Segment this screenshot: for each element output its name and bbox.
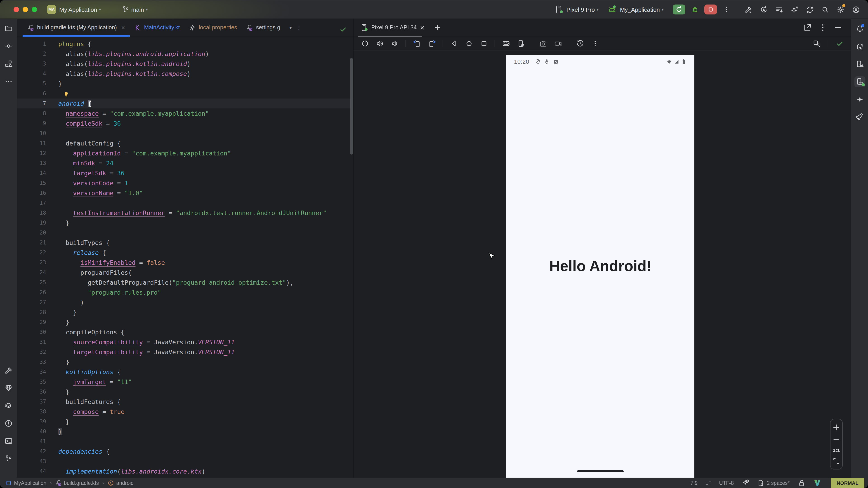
line-number[interactable]: 26 (17, 287, 46, 297)
screen-record-button[interactable] (552, 37, 564, 49)
line-number[interactable]: 9 (17, 119, 46, 128)
layout-inspector-button[interactable] (811, 37, 822, 49)
device-manager-button[interactable] (854, 59, 865, 70)
line-number[interactable]: 39 (17, 417, 46, 427)
line-number[interactable]: 33 (17, 357, 46, 367)
editor-tab-settings.g[interactable]: settings.g (242, 19, 285, 36)
gesture-navigation-pill[interactable] (577, 470, 624, 472)
snapshots-button[interactable] (574, 37, 586, 49)
screenshot-button[interactable] (537, 37, 549, 49)
line-number[interactable]: 17 (17, 198, 46, 208)
code-line-28[interactable]: 28 } (17, 307, 353, 317)
code-line-29[interactable]: 29 } (17, 317, 353, 327)
line-number[interactable]: 13 (17, 158, 46, 168)
zoom-in-button[interactable] (832, 423, 840, 431)
code-line-13[interactable]: 13 minSdk = 24 (17, 158, 353, 168)
code-line-20[interactable]: 20 (17, 228, 353, 238)
line-number[interactable]: 27 (17, 297, 46, 307)
editor-tab-local.properties[interactable]: local.properties (184, 19, 242, 36)
home-button[interactable] (463, 37, 475, 49)
line-number[interactable]: 5 (17, 78, 46, 89)
settings-icon[interactable] (835, 4, 846, 15)
line-number[interactable]: 43 (17, 456, 46, 466)
volume-down-button[interactable] (389, 37, 401, 49)
code-line-33[interactable]: 33 } (17, 357, 353, 367)
code-line-18[interactable]: 18 testInstrumentationRunner = "androidx… (17, 208, 353, 218)
line-number[interactable]: 19 (17, 218, 46, 228)
ai-assistant-off-icon[interactable] (741, 479, 749, 487)
running-devices-button[interactable] (854, 76, 865, 87)
attach-debugger-icon[interactable] (788, 4, 800, 15)
chevron-down-tabs-icon[interactable]: ▾ (289, 25, 292, 31)
vcs-branch-widget[interactable]: main ▾ (122, 5, 148, 13)
version-control-button[interactable] (2, 453, 14, 464)
code-line-26[interactable]: 26 "proguard-rules.pro" (17, 287, 353, 297)
close-icon[interactable]: ✕ (420, 24, 425, 31)
profile-icon[interactable] (850, 4, 862, 15)
line-number[interactable]: 25 (17, 278, 46, 287)
hardware-input-button[interactable] (500, 37, 512, 49)
device-tab[interactable]: Pixel 9 Pro API 34 ✕ (356, 19, 428, 36)
line-number[interactable]: 38 (17, 407, 46, 417)
app-quality-insights-button[interactable] (2, 382, 14, 394)
line-number[interactable]: 34 (17, 367, 46, 377)
code-line-34[interactable]: 34 kotlinOptions { (17, 367, 353, 377)
add-device-button[interactable] (432, 22, 444, 33)
power-button[interactable] (359, 37, 371, 49)
code-line-8[interactable]: 8 namespace = "com.example.myapplication… (17, 108, 353, 119)
code-line-38[interactable]: 38 compose = true (17, 407, 353, 417)
phone-screen[interactable]: 10:20 Hello Android! (506, 55, 694, 478)
code-line-35[interactable]: 35 jvmTarget = "11" (17, 377, 353, 387)
more-tool-windows-button[interactable] (2, 75, 14, 87)
code-line-21[interactable]: 21 buildTypes { (17, 238, 353, 248)
line-number[interactable]: 10 (17, 128, 46, 138)
code-line-6[interactable]: 6 (17, 89, 353, 98)
code-line-7[interactable]: 7android { (17, 98, 353, 108)
line-number[interactable]: 4 (17, 69, 46, 78)
device-selector[interactable]: Pixel 9 Pro ▾ (554, 5, 599, 14)
more-run-options-button[interactable] (721, 4, 733, 15)
back-button[interactable] (448, 37, 460, 49)
code-line-3[interactable]: 3 alias(libs.plugins.kotlin.android) (17, 59, 353, 69)
stop-button[interactable] (704, 4, 717, 14)
code-line-25[interactable]: 25 getDefaultProguardFile("proguard-andr… (17, 278, 353, 287)
line-number[interactable]: 32 (17, 347, 46, 357)
lock-open-icon[interactable] (797, 479, 805, 487)
line-ending-widget[interactable]: LF (705, 480, 711, 486)
apply-changes-restart-icon[interactable] (758, 4, 770, 15)
code-line-15[interactable]: 15 versionCode = 1 (17, 178, 353, 188)
code-line-10[interactable]: 10 (17, 128, 353, 138)
zoom-out-button[interactable] (832, 435, 840, 444)
intention-bulb-icon[interactable] (63, 91, 70, 97)
line-number[interactable]: 42 (17, 447, 46, 456)
code-line-31[interactable]: 31 sourceCompatibility = JavaVersion.VER… (17, 337, 353, 347)
code-line-1[interactable]: 1plugins { (17, 39, 353, 49)
profiler-icon[interactable] (773, 4, 785, 15)
minimize-window-button[interactable] (23, 7, 28, 12)
line-number[interactable]: 20 (17, 228, 46, 238)
ui-check-status[interactable] (834, 37, 845, 49)
device-settings-button[interactable] (515, 37, 527, 49)
gradle-tool-button[interactable] (854, 41, 865, 52)
code-line-32[interactable]: 32 targetCompatibility = JavaVersion.VER… (17, 347, 353, 357)
run-configuration-selector[interactable]: My_Application ▾ (608, 5, 664, 14)
rotate-right-button[interactable] (426, 37, 438, 49)
editor-tab-build.gradle.kts[interactable]: build.gradle.kts (My Application)✕ (23, 19, 129, 36)
line-number[interactable]: 11 (17, 138, 46, 148)
code-line-11[interactable]: 11 defaultConfig { (17, 138, 353, 148)
line-number[interactable]: 35 (17, 377, 46, 387)
ideavim-icon[interactable] (813, 479, 821, 487)
code-line-9[interactable]: 9 compileSdk = 36 (17, 119, 353, 128)
code-line-27[interactable]: 27 ) (17, 297, 353, 307)
code-line-30[interactable]: 30 compileOptions { (17, 327, 353, 337)
code-line-36[interactable]: 36 } (17, 387, 353, 397)
line-number[interactable]: 2 (17, 49, 46, 59)
code-line-19[interactable]: 19 } (17, 218, 353, 228)
code-line-22[interactable]: 22 release { (17, 248, 353, 258)
commit-tool-button[interactable] (2, 40, 14, 52)
resource-manager-button[interactable] (2, 58, 14, 70)
line-number[interactable]: 29 (17, 317, 46, 327)
search-everywhere-icon[interactable] (819, 4, 831, 15)
encoding-widget[interactable]: UTF-8 (719, 480, 734, 486)
project-tool-button[interactable] (2, 23, 14, 34)
